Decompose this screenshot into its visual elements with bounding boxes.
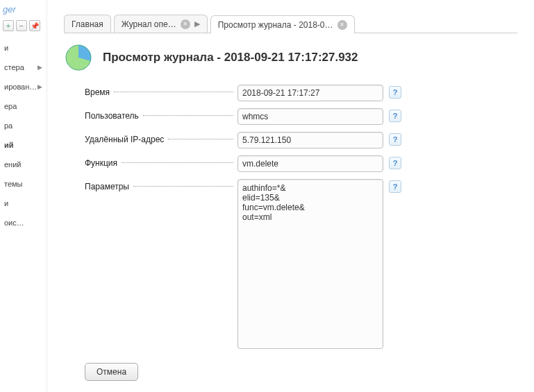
row-params: Параметры ? (85, 179, 517, 349)
row-function: Функция ? (85, 155, 517, 172)
sidebar-item[interactable]: ера (3, 96, 44, 116)
chevron-right-icon: ▶ (194, 19, 200, 28)
close-icon[interactable]: × (337, 20, 347, 30)
form: Время ? Пользователь ? Удалённый IP-адре… (64, 85, 517, 349)
row-ip: Удалённый IP-адрес ? (85, 132, 517, 148)
tab-journal[interactable]: Журнал опе… × ▶ (114, 15, 208, 33)
label-time: Время (85, 85, 237, 97)
label-function: Функция (85, 155, 237, 168)
row-user: Пользователь ? (85, 108, 517, 125)
pie-chart-icon (64, 43, 93, 72)
label-ip: Удалённый IP-адрес (85, 132, 237, 144)
user-input[interactable] (237, 108, 383, 125)
function-input[interactable] (237, 155, 383, 172)
sidebar-item[interactable]: и (3, 38, 44, 58)
chevron-right-icon: ▶ (37, 64, 42, 71)
tab-label: Журнал опе… (122, 19, 176, 29)
brand-fragment: ger (3, 4, 44, 17)
sidebar-item[interactable]: ирован…▶ (3, 77, 44, 96)
sidebar-item[interactable]: ений (3, 155, 44, 174)
tab-view-journal[interactable]: Просмотр журнала - 2018-0… × (210, 15, 355, 33)
help-icon[interactable]: ? (389, 157, 401, 169)
help-icon[interactable]: ? (389, 133, 401, 146)
ip-input[interactable] (237, 132, 383, 148)
label-user: Пользователь (85, 108, 237, 121)
help-icon[interactable]: ? (389, 86, 401, 99)
footer: Отмена (64, 363, 517, 381)
tab-label: Просмотр журнала - 2018-0… (218, 20, 333, 30)
collapse-icon[interactable]: − (16, 20, 27, 31)
help-icon[interactable]: ? (389, 180, 401, 193)
time-input[interactable] (237, 85, 383, 101)
page-title: Просмотр журнала - 2018-09-21 17:17:27.9… (103, 51, 358, 65)
page-header: Просмотр журнала - 2018-09-21 17:17:27.9… (64, 43, 517, 72)
help-icon[interactable]: ? (389, 110, 401, 122)
chevron-right-icon: ▶ (37, 83, 42, 90)
sidebar-item[interactable]: оис… (3, 213, 44, 232)
close-icon[interactable]: × (181, 19, 190, 29)
sidebar-item[interactable]: ий (3, 135, 44, 155)
params-textarea[interactable] (237, 179, 383, 349)
sidebar-item[interactable]: и (3, 194, 44, 213)
tab-main[interactable]: Главная (64, 15, 111, 33)
sidebar: ger + − 📌 и стера▶ ирован…▶ ера ра ий ен… (0, 0, 47, 392)
sidebar-item[interactable]: ра (3, 116, 44, 135)
cancel-button[interactable]: Отмена (85, 363, 138, 381)
expand-icon[interactable]: + (3, 20, 14, 31)
sidebar-item[interactable]: стера▶ (3, 58, 44, 77)
label-params: Параметры (85, 179, 237, 191)
tab-bar: Главная Журнал опе… × ▶ Просмотр журнала… (64, 14, 517, 33)
main-area: Главная Журнал опе… × ▶ Просмотр журнала… (47, 0, 534, 392)
sidebar-item[interactable]: темы (3, 174, 44, 194)
sidebar-toolbar: + − 📌 (3, 20, 44, 31)
pin-icon[interactable]: 📌 (29, 20, 40, 31)
tab-label: Главная (72, 19, 103, 29)
row-time: Время ? (85, 85, 517, 101)
